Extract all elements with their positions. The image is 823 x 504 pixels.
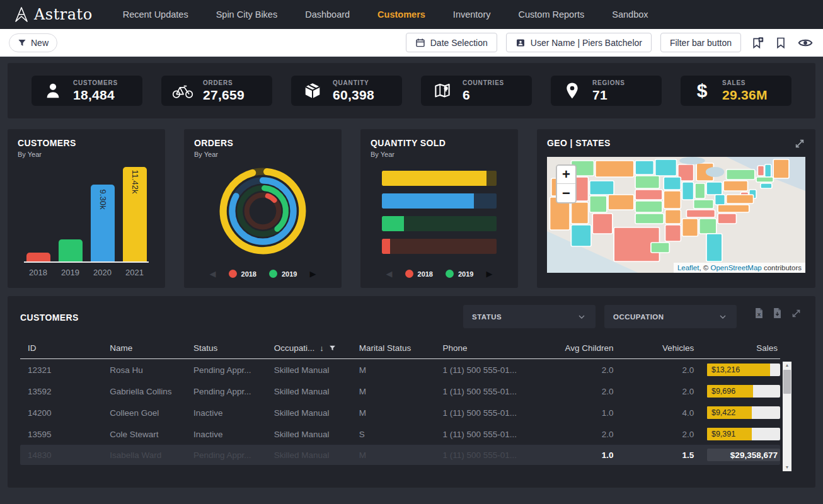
- orders-donut-chart-panel: ORDERS By Year ◀ 2018: [184, 129, 342, 288]
- nav-item-inventory[interactable]: Inventory: [439, 0, 505, 29]
- column-header-name[interactable]: Name: [102, 343, 186, 353]
- status-filter-dropdown[interactable]: STATUS: [463, 305, 596, 328]
- x-tick: 2020: [91, 268, 115, 277]
- cell-phone: 1 (11) 500 555-01...: [435, 365, 537, 375]
- kpi-value: 29.36M: [722, 88, 768, 103]
- occupation-filter-dropdown[interactable]: OCCUPATION: [604, 305, 737, 328]
- legend-prev-icon[interactable]: ◀: [386, 270, 393, 278]
- total-vehicles: 1.5: [616, 450, 696, 460]
- nav-item-spin-city-bikes[interactable]: Spin City Bikes: [202, 0, 292, 29]
- bar-2020[interactable]: 9.30k: [91, 185, 115, 261]
- export-excel-icon[interactable]: X: [753, 306, 765, 320]
- nav-item-recent-updates[interactable]: Recent Updates: [109, 0, 202, 29]
- column-filter-icon[interactable]: [329, 345, 336, 352]
- nav-item-dashboard[interactable]: Dashboard: [291, 0, 364, 29]
- bar-2019[interactable]: [59, 239, 83, 261]
- column-header-vehicles[interactable]: Vehicles: [616, 343, 696, 353]
- chart-title: ORDERS: [194, 138, 331, 148]
- leaflet-link[interactable]: Leaflet: [677, 264, 699, 272]
- bookmark-add-button[interactable]: [750, 35, 765, 50]
- scroll-up-icon[interactable]: ▲: [783, 362, 791, 369]
- column-header-phone[interactable]: Phone: [435, 343, 537, 353]
- nav-item-sandbox[interactable]: Sandbox: [598, 0, 662, 29]
- kpi-value: 71: [592, 88, 625, 103]
- table-row[interactable]: 12321 Rosa Hu Pending Appr... Skilled Ma…: [20, 359, 780, 381]
- cell-sales: $13,216: [696, 364, 780, 376]
- x-axis-ticks: 2018 2019 2020 2021: [24, 268, 149, 277]
- bar-2021[interactable]: 11.42k: [123, 167, 147, 261]
- scroll-down-icon[interactable]: ▼: [783, 464, 791, 471]
- bar-2018[interactable]: [26, 253, 50, 261]
- legend-prev-icon[interactable]: ◀: [210, 270, 216, 278]
- eye-button[interactable]: [797, 36, 814, 50]
- customers-bar-chart-panel: CUSTOMERS By Year 9.30k 11.42k 2018 2019…: [8, 129, 165, 288]
- column-header-occupation[interactable]: Occupati... ↓: [267, 343, 352, 353]
- cell-marital: M: [352, 365, 435, 375]
- chart-title: CUSTOMERS: [18, 138, 155, 148]
- map-zoom-out-button[interactable]: −: [557, 184, 575, 202]
- export-document-icon[interactable]: [771, 306, 783, 320]
- openstreetmap-link[interactable]: OpenStreetMap: [711, 264, 762, 272]
- legend-item-2018[interactable]: 2018: [229, 270, 256, 278]
- hbar-2018[interactable]: [382, 239, 497, 254]
- quantity-sold-chart-panel: QUANTITY SOLD By Year ◀ 2018 2019 ▶: [360, 129, 518, 288]
- total-avg-children: 1.0: [537, 450, 616, 460]
- attribution-text: , ©: [699, 264, 710, 272]
- new-filter-button[interactable]: New: [9, 33, 57, 52]
- cell-status: Inactive: [186, 430, 267, 439]
- column-header-marital-status[interactable]: Marital Status: [352, 343, 435, 353]
- cell-name: Rosa Hu: [102, 365, 186, 375]
- legend-item-2019[interactable]: 2019: [269, 270, 297, 278]
- column-header-status[interactable]: Status: [186, 343, 267, 353]
- user-name-button[interactable]: User Name | Piers Batchelor: [506, 33, 652, 52]
- map-icon: [431, 81, 454, 100]
- cell-avg-children: 1.0: [537, 408, 616, 418]
- kpi-sales: $ SALES 29.36M: [681, 76, 791, 106]
- dollar-icon: $: [691, 81, 713, 100]
- hbar-2020[interactable]: [382, 193, 497, 209]
- legend-item-2018[interactable]: 2018: [405, 270, 433, 278]
- cell-occupation: Skilled Manual: [267, 365, 352, 375]
- hbar-2019[interactable]: [382, 216, 497, 231]
- geo-title: GEO | STATES: [547, 138, 611, 148]
- cell-marital: M: [352, 387, 435, 396]
- nav-item-custom-reports[interactable]: Custom Reports: [505, 0, 599, 29]
- column-header-id[interactable]: ID: [20, 343, 102, 353]
- kpi-regions: REGIONS 71: [551, 76, 662, 106]
- expand-icon[interactable]: [790, 307, 803, 320]
- brand-link[interactable]: Astrato: [14, 6, 93, 23]
- legend-item-2019[interactable]: 2019: [446, 270, 473, 278]
- donut-chart[interactable]: [194, 163, 331, 259]
- nav-item-customers[interactable]: Customers: [364, 0, 439, 29]
- bookmark-button[interactable]: [774, 35, 788, 50]
- table-scrollbar[interactable]: ▲ ▼: [783, 362, 791, 471]
- bar-value-label: 11.42k: [130, 169, 139, 193]
- location-pin-icon: [561, 81, 584, 100]
- table-row[interactable]: 13592 Gabriella Collins Pending Appr... …: [20, 381, 780, 402]
- table-row[interactable]: 13595 Cole Stewart Inactive Skilled Manu…: [20, 423, 780, 445]
- date-selection-label: Date Selection: [430, 38, 488, 48]
- column-header-label: Occupati...: [274, 343, 315, 353]
- column-header-sales[interactable]: Sales: [696, 343, 780, 353]
- scrollbar-thumb[interactable]: [783, 370, 791, 394]
- kpi-strip: CUSTOMERS 18,484 ORDERS 27,659 QUANTITY …: [8, 63, 815, 118]
- column-header-avg-children[interactable]: Avg Children: [537, 343, 616, 353]
- table-row[interactable]: 14200 Colleen Goel Inactive Skilled Manu…: [20, 402, 780, 423]
- sort-desc-icon[interactable]: ↓: [319, 343, 324, 353]
- leaflet-map[interactable]: + − Leaflet, © OpenStreetMap contributor…: [547, 157, 805, 273]
- filter-bar-button[interactable]: Filter bar button: [660, 33, 741, 52]
- legend-next-icon[interactable]: ▶: [309, 270, 316, 278]
- dropdown-label: OCCUPATION: [613, 313, 664, 321]
- cell-phone: 1 (11) 500 555-01...: [435, 430, 537, 439]
- map-zoom-in-button[interactable]: +: [557, 166, 575, 184]
- cell-sales: $9,422: [696, 406, 780, 419]
- hbar-2021[interactable]: [382, 171, 497, 186]
- chevron-down-icon: [718, 312, 728, 322]
- expand-icon[interactable]: [794, 138, 805, 149]
- cell-phone: 1 (11) 500 555-01...: [435, 408, 537, 418]
- legend-next-icon[interactable]: ▶: [486, 270, 492, 278]
- table-header-row: ID Name Status Occupati... ↓ Marital Sta…: [20, 343, 780, 359]
- bar-chart-plot: 9.30k 11.42k: [24, 167, 149, 263]
- date-selection-button[interactable]: Date Selection: [406, 33, 497, 52]
- table-body: 12321 Rosa Hu Pending Appr... Skilled Ma…: [20, 359, 780, 445]
